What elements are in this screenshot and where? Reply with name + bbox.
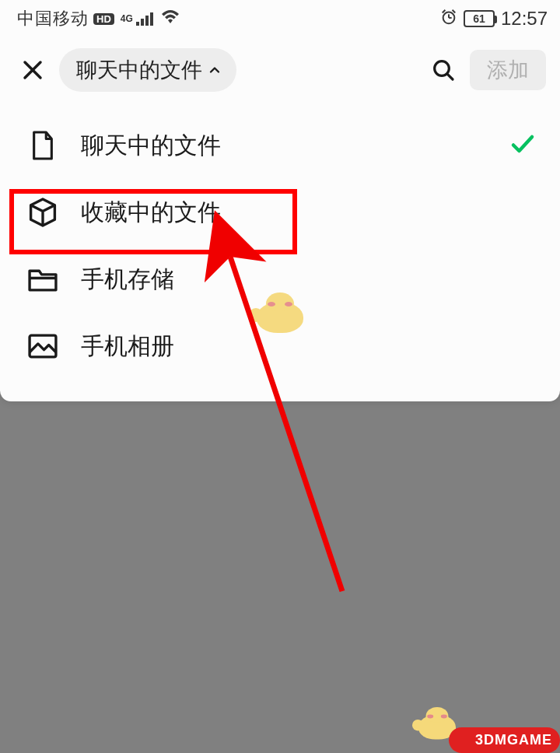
hd-badge: HD [93,13,114,25]
alarm-icon [440,9,457,30]
svg-line-3 [443,9,446,12]
svg-line-8 [447,74,453,79]
folder-icon [26,263,59,296]
cube-icon [26,196,59,229]
image-icon [26,330,59,362]
battery-icon: 61 [464,10,495,27]
signal-icon [136,12,153,26]
carrier-label: 中国移动 [17,7,89,30]
clock-label: 12:57 [501,8,548,30]
watermark-mascot-icon [249,285,311,339]
close-icon[interactable] [17,54,48,86]
status-right: 61 12:57 [440,8,548,30]
add-button-label: 添加 [487,58,529,82]
filter-chip-label: 聊天中的文件 [76,56,202,84]
dropdown-panel: 中国移动 HD 4G 61 12:57 [0,0,560,401]
menu-item-chat-files[interactable]: 聊天中的文件 [0,112,560,179]
filter-chip[interactable]: 聊天中的文件 [59,48,236,92]
file-icon [26,129,59,162]
source-menu: 聊天中的文件 收藏中的文件 手机存储 [0,109,560,401]
header: 聊天中的文件 添加 [0,37,560,109]
brand-label: 3DMGAME [475,732,552,748]
network-label: 4G [121,14,133,23]
search-icon[interactable] [428,54,459,86]
checkmark-icon [509,130,537,161]
menu-item-favorites-files[interactable]: 收藏中的文件 [0,179,560,246]
status-bar: 中国移动 HD 4G 61 12:57 [0,0,560,37]
battery-level: 61 [473,12,485,25]
chevron-up-icon [207,62,222,78]
add-button[interactable]: 添加 [470,50,546,90]
screen: 中国移动 HD 4G 61 12:57 [0,0,560,753]
menu-item-label: 聊天中的文件 [81,130,487,162]
svg-rect-9 [30,335,56,357]
status-left: 中国移动 HD 4G [17,7,180,30]
brand-badge: 3DMGAME [449,727,560,753]
svg-line-4 [453,9,456,12]
wifi-icon [161,9,180,29]
menu-item-label: 收藏中的文件 [81,197,537,229]
